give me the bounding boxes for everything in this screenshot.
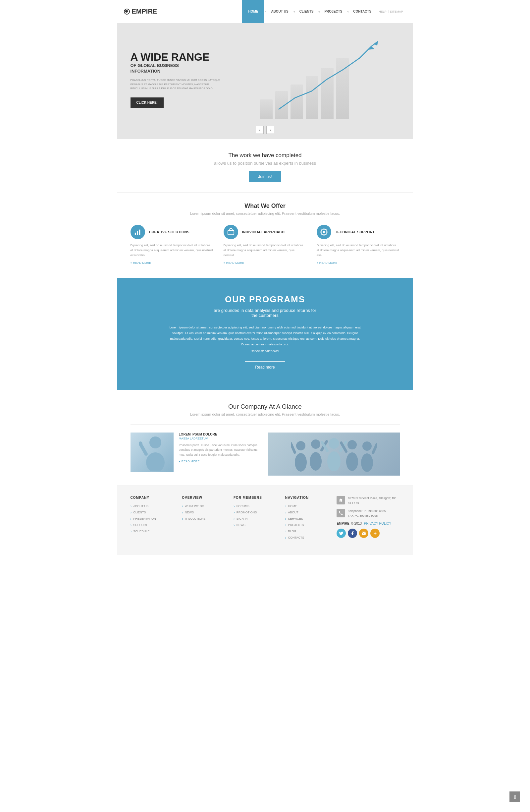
hero-chart [253, 40, 400, 119]
footer-link-support[interactable]: › SUPPORT [131, 523, 176, 527]
programs-donec: Donec sit amet eros. [144, 349, 386, 353]
nav-clients[interactable]: CLIENTS [295, 0, 318, 23]
svg-line-14 [291, 444, 295, 452]
list-item: › SCHEDULE [131, 529, 176, 533]
footer-link-home[interactable]: › HOME [285, 504, 330, 508]
footer-link-presentation[interactable]: › PRESENTATION [131, 517, 176, 521]
join-button[interactable]: Join us! [249, 171, 281, 182]
carousel-next[interactable]: › [266, 126, 274, 134]
svg-point-12 [296, 441, 305, 450]
footer-link-news[interactable]: › NEWS [182, 510, 227, 514]
glance-card-1-readmore[interactable]: ● READ MORE [179, 460, 262, 463]
twitter-icon[interactable] [337, 528, 346, 538]
nav-projects[interactable]: PROJECTS [320, 0, 346, 23]
svg-point-7 [323, 231, 325, 233]
glance-card-2 [268, 433, 400, 476]
svg-point-16 [310, 452, 322, 470]
footer-link-services[interactable]: › SERVICES [285, 517, 330, 521]
nav-home[interactable]: HOME [242, 0, 264, 23]
svg-line-27 [373, 444, 377, 453]
svg-point-23 [346, 452, 358, 471]
footer-link-blog[interactable]: › BLOG [285, 529, 330, 533]
offer-item-creative: CREATIVE SOLUTIONS Dipiscing elit, sed d… [131, 225, 214, 264]
hero-description: PHASELLUS PORTA. FUSCE JUSCE VARIUS MI. … [131, 78, 223, 91]
svg-point-25 [363, 441, 372, 451]
footer-link-promotions[interactable]: › PROMOTIONS [234, 510, 279, 514]
hero-title: A WIDE RANGE [131, 52, 244, 63]
privacy-policy-link[interactable]: PRIVACY POLICY [364, 522, 391, 525]
main-nav: HOME ◂ ABOUT US ◂ CLIENTS ◂ PROJECTS ◂ C… [242, 0, 406, 23]
footer-overview: OVERVIEW › WHAT WE DO › NEWS › IT SOLUTI… [182, 496, 227, 542]
footer-link-itsolutions[interactable]: › IT SOLUTIONS [182, 517, 227, 521]
footer-members-heading: FOR MEMBERS [234, 496, 279, 499]
plus-icon[interactable]: + [370, 528, 380, 538]
offer-title-technical: TECHNICAL SUPPORT [335, 230, 375, 234]
footer-link-about-nav[interactable]: › ABOUT [285, 510, 330, 514]
glance-title: Our Company At A Glance [131, 403, 400, 410]
offer-text-creative: Dipiscing elit, sed do eiusmod temporinc… [131, 243, 214, 258]
hero-text: A WIDE RANGE OF GLOBAL BUSINESS INFORMAT… [131, 52, 244, 108]
hero-subtitle: OF GLOBAL BUSINESS INFORMATION [131, 63, 244, 74]
site-footer: COMPANY › ABOUT US › CLIENTS › PRESENTAT… [117, 485, 413, 555]
svg-rect-3 [134, 233, 136, 235]
list-item: › PROJECTS [285, 523, 330, 527]
nav-chevron-3: ◂ [317, 0, 320, 23]
offer-title-creative: CREATIVE SOLUTIONS [149, 230, 190, 234]
offer-readmore-technical[interactable]: ● READ MORE [317, 261, 400, 264]
programs-title: OUR PROGRAMS [144, 294, 386, 305]
svg-rect-4 [137, 231, 138, 235]
nav-chevron-1: ◂ [264, 0, 267, 23]
svg-point-8 [149, 436, 161, 448]
footer-link-schedule[interactable]: › SCHEDULE [131, 529, 176, 533]
footer-link-clients[interactable]: › CLIENTS [131, 510, 176, 514]
footer-link-projects-nav[interactable]: › PROJECTS [285, 523, 330, 527]
nav-chevron-2: ◂ [293, 0, 295, 23]
offer-subtitle: Lorem ipsum dolor sit amet, consectetuer… [131, 212, 400, 215]
creative-solutions-icon [131, 225, 145, 239]
glance-card-1-content: LOREM IPSUM DOLORE MASSA LADREETUM Phase… [179, 433, 262, 476]
offer-readmore-creative[interactable]: ● READ MORE [131, 261, 214, 264]
work-subheading: allows us to position ourselves as exper… [124, 161, 407, 166]
email-icon[interactable] [359, 528, 368, 538]
offer-readmore-individual[interactable]: ● READ MORE [224, 261, 307, 264]
footer-link-contacts-nav[interactable]: › CONTACTS [285, 536, 330, 539]
offer-item-technical: TECHNICAL SUPPORT Dipiscing elit, sed do… [317, 225, 400, 264]
programs-tagline: are grounded in data analysis and produc… [144, 308, 386, 318]
footer-link-whatwedo[interactable]: › WHAT WE DO [182, 504, 227, 508]
footer-link-forums[interactable]: › FORUMS [234, 504, 279, 508]
footer-company: COMPANY › ABOUT US › CLIENTS › PRESENTAT… [131, 496, 176, 542]
svg-point-26 [361, 453, 373, 472]
footer-address: 9970 St Vincent Place, Glasgow, DC 45 Fr… [348, 496, 399, 505]
logo-icon [124, 9, 130, 15]
footer-grid: COMPANY › ABOUT US › CLIENTS › PRESENTAT… [131, 496, 400, 542]
list-item: › NEWS [234, 523, 279, 527]
glance-person-image [131, 433, 174, 472]
glance-card-1-text: Phasellus porta. Fusce jusce varius mi. … [179, 443, 262, 457]
footer-navigation: NAVIGATION › HOME › ABOUT › SERVICES › P… [285, 496, 330, 542]
footer-link-signin[interactable]: › SIGN IN [234, 517, 279, 521]
footer-contact-col: 9970 St Vincent Place, Glasgow, DC 45 Fr… [337, 496, 399, 542]
footer-link-about[interactable]: › ABOUT US [131, 504, 176, 508]
programs-readmore-button[interactable]: Read more [245, 361, 285, 373]
footer-link-members-news[interactable]: › NEWS [234, 523, 279, 527]
list-item: › NEWS [182, 510, 227, 514]
work-heading: The work we have completed [124, 152, 407, 159]
glance-subtitle: Lorem ipsum dolor sit amet, consectetuer… [131, 412, 400, 416]
hero-section: A WIDE RANGE OF GLOBAL BUSINESS INFORMAT… [117, 23, 413, 122]
svg-point-9 [146, 452, 165, 470]
list-item: › ABOUT [285, 510, 330, 514]
footer-company-links: › ABOUT US › CLIENTS › PRESENTATION › SU… [131, 504, 176, 533]
offer-title: What We Offer [131, 203, 400, 209]
nav-contacts[interactable]: CONTACTS [349, 0, 375, 23]
offer-grid: CREATIVE SOLUTIONS Dipiscing elit, sed d… [131, 225, 400, 264]
carousel-prev[interactable]: ‹ [256, 126, 264, 134]
hero-cta-button[interactable]: CLICK HERE! [131, 98, 164, 108]
footer-navigation-links: › HOME › ABOUT › SERVICES › PROJECTS › B… [285, 504, 330, 539]
nav-about[interactable]: ABOUT US [267, 0, 292, 23]
svg-point-19 [327, 451, 340, 471]
help-sitemap: HELP | SITEMAP [375, 0, 406, 23]
footer-navigation-heading: NAVIGATION [285, 496, 330, 499]
facebook-icon[interactable] [348, 528, 357, 538]
svg-point-15 [311, 439, 320, 449]
svg-point-18 [328, 438, 339, 449]
